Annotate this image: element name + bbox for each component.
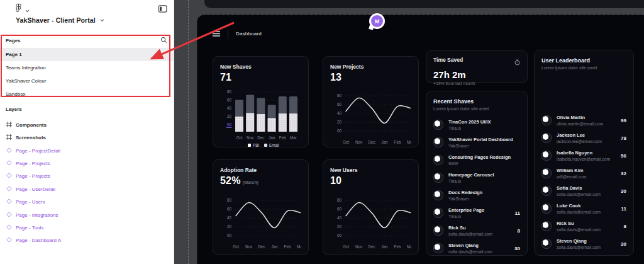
avatar: M — [371, 15, 383, 27]
item-subtitle: Tina.io — [448, 179, 520, 183]
figma-logo-icon[interactable] — [15, 3, 22, 16]
svg-text:Email: Email — [269, 143, 279, 147]
layer-instance-item[interactable]: Page - Tools — [0, 221, 174, 234]
layer-instance-item[interactable]: Page - Integrations — [0, 209, 174, 221]
list-item[interactable]: Rick Susofia.davis@email.com8 — [433, 222, 520, 239]
design-canvas[interactable]: Dashboard New Shaves 71 8060402000OctNov… — [174, 0, 644, 264]
svg-text:Oct: Oct — [343, 244, 349, 249]
item-title: TinaCon 2025 UI/IX — [448, 119, 520, 125]
avatar — [433, 190, 443, 200]
layer-instance-item[interactable]: Page - Projects — [0, 170, 174, 183]
layer-instance-item[interactable]: Page - ProjectDetail — [0, 144, 174, 157]
frame-icon — [6, 134, 12, 141]
list-item[interactable]: Rick Susofia.davis@email.com8 — [541, 217, 626, 235]
list-item[interactable]: Homepage CarouselTina.io — [433, 169, 520, 187]
stopwatch-icon — [514, 57, 520, 68]
svg-text:Oct: Oct — [343, 140, 349, 144]
svg-text:Feb: Feb — [394, 140, 401, 144]
item-title: Rick Su — [557, 221, 619, 226]
item-value: 11 — [515, 210, 520, 216]
item-subtitle: will@email.com — [557, 175, 616, 179]
page-item[interactable]: Teams Integration — [0, 61, 174, 74]
item-value: 56 — [621, 153, 626, 159]
list-item[interactable]: YakShaver Portal DashboardYakShaver — [433, 134, 520, 151]
component-instance-icon — [6, 224, 12, 231]
hamburger-menu-icon[interactable] — [213, 28, 220, 39]
svg-text:Nov: Nov — [355, 244, 363, 249]
svg-text:Oct: Oct — [233, 244, 239, 249]
item-title: Olivia Martin — [557, 115, 616, 120]
new-users-line-chart: 8060402000OctNovDecJanFebMar — [330, 195, 411, 252]
avatar — [541, 239, 552, 249]
list-item[interactable]: Consulting Pages RedesignSSW — [433, 151, 520, 169]
item-title: Docs Redesign — [448, 190, 520, 195]
card-new-users[interactable]: New Users 10 8060402000OctNovDecJanFebMa… — [323, 159, 419, 255]
item-title: Luke Cook — [557, 203, 616, 209]
file-title[interactable]: YakShaver - Client Portal — [16, 16, 104, 24]
list-item[interactable]: Docs RedesignYakShaver — [433, 187, 520, 204]
card-value: 27h 2m — [433, 69, 520, 80]
list-item[interactable]: Jackson Leejackson.lee@email.com78 — [541, 129, 626, 147]
layer-item-label: Page - Dashboard A — [16, 238, 61, 243]
layer-instance-item[interactable]: Page - UserDetail — [0, 183, 174, 195]
comment-avatar-pin[interactable]: M — [369, 13, 385, 29]
svg-text:Jan: Jan — [269, 135, 275, 140]
card-new-shaves[interactable]: New Shaves 71 8060402000OctNovDecJanFebM… — [213, 56, 309, 147]
item-subtitle: sofia.davis@email.com — [557, 227, 619, 232]
layer-instance-item[interactable]: Page - Dashboard A — [0, 234, 174, 247]
list-item[interactable]: William Kimwill@email.com32 — [541, 164, 626, 182]
page-item-label: Page 1 — [6, 52, 22, 57]
page-item[interactable]: YakShaver Colour — [0, 74, 174, 88]
item-title: Steven Qiang — [448, 243, 509, 248]
chevron-down-icon[interactable] — [25, 4, 30, 15]
card-value: 71 — [220, 72, 301, 83]
card-user-leaderboard[interactable]: User Leaderboard Lorem ipsum dolor site … — [534, 50, 634, 256]
item-value: 30 — [514, 246, 520, 251]
svg-text:Mar: Mar — [290, 135, 297, 140]
page-item[interactable]: Sandbox — [0, 88, 174, 101]
layer-item-label: Page - ProjectDetail — [16, 148, 60, 154]
card-recent-shaves[interactable]: Recent Shaves Lorem ipsum dolor site ame… — [426, 91, 528, 256]
layer-frame-item[interactable]: Screenshots — [0, 131, 174, 144]
list-item[interactable]: Enterprise PageTina.io11 — [433, 204, 520, 222]
layers-panel-header: Layers — [6, 106, 22, 112]
svg-text:20: 20 — [227, 224, 232, 229]
item-subtitle: sofia.davis@email.com — [448, 250, 509, 254]
svg-text:40: 40 — [227, 215, 232, 220]
list-item[interactable]: Sofia Davissofia.davis@email.com30 — [541, 182, 626, 200]
toggle-sidebar-icon[interactable] — [158, 4, 167, 15]
dashboard-nav: Dashboard — [213, 28, 262, 39]
page-item[interactable]: Page 1 — [0, 48, 174, 61]
item-value: 30 — [621, 241, 626, 247]
item-title: Homepage Carousel — [448, 172, 520, 178]
item-subtitle: YakShaver — [448, 144, 520, 148]
search-icon[interactable] — [160, 35, 167, 46]
layer-instance-item[interactable]: Page - Users — [0, 196, 174, 209]
recent-shaves-list: TinaCon 2025 UI/IXTina.ioYakShaver Porta… — [433, 116, 520, 257]
svg-text:80: 80 — [337, 198, 342, 202]
svg-text:Nov: Nov — [245, 244, 253, 249]
card-new-projects[interactable]: New Projects 13 8060402000OctNovDecJanFe… — [323, 56, 419, 147]
layer-frame-item[interactable]: Components — [0, 118, 174, 131]
list-item[interactable]: Luke Cooksofia.davis@email.com11 — [541, 200, 626, 217]
dashboard-frame[interactable]: Dashboard New Shaves 71 8060402000OctNov… — [197, 14, 644, 264]
component-instance-icon — [6, 186, 12, 193]
avatar — [541, 151, 552, 161]
svg-text:Mar: Mar — [407, 140, 411, 144]
page-item-label: YakShaver Colour — [6, 78, 46, 84]
card-time-saved[interactable]: Time Saved 27h 2m +19% from last month — [426, 50, 528, 83]
frame-above-partial[interactable] — [204, 0, 644, 8]
card-adoption-rate[interactable]: Adoption Rate 52%(March) 8060402000OctNo… — [213, 159, 309, 255]
list-item[interactable]: Isabella Nguyenisabella.nguyen@email.com… — [541, 147, 626, 164]
component-instance-icon — [6, 212, 12, 219]
item-title: Rick Su — [448, 225, 513, 231]
svg-text:80: 80 — [337, 93, 342, 98]
item-subtitle: YakShaver — [448, 197, 520, 201]
layer-instance-item[interactable]: Page - Projects — [0, 157, 174, 169]
list-item[interactable]: Steven Qiangsofia.davis@email.com30 — [433, 239, 520, 257]
list-item[interactable]: Steven Qiangsofia.davis@email.com30 — [541, 235, 626, 253]
component-instance-icon — [6, 173, 12, 180]
list-item[interactable]: TinaCon 2025 UI/IXTina.io — [433, 116, 520, 134]
list-item[interactable]: Olivia Martinolivia.martin@email.com99 — [541, 112, 626, 129]
svg-text:60: 60 — [337, 207, 342, 211]
